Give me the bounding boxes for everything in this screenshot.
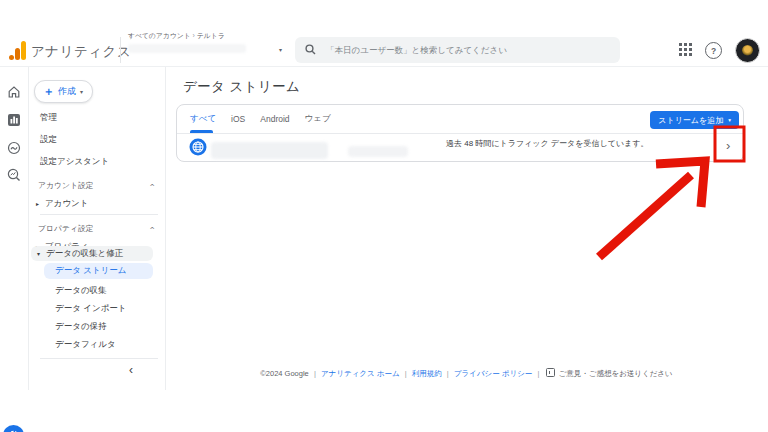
card-divider — [177, 133, 743, 134]
sidebar-item-data-collection[interactable]: データの収集 — [55, 285, 107, 297]
footer-feedback-link[interactable]: ご意見・ご感想をお送りください — [559, 369, 673, 378]
tab-android[interactable]: Android — [260, 114, 289, 124]
chevron-down-icon: ▾ — [279, 46, 282, 53]
sidebar-group-data-collection[interactable]: ▾ データの収集と修正 — [31, 246, 153, 261]
chevron-up-icon[interactable]: › — [147, 227, 157, 230]
sidebar-item-data-retention[interactable]: データの保持 — [55, 321, 107, 333]
app-title: アナリティクス — [31, 43, 131, 61]
stream-status-text: 過去 48 時間にトラフィック データを受信しています。 — [446, 138, 654, 150]
breadcrumb: すべてのアカウント›テルトラ — [128, 31, 284, 41]
create-button[interactable]: ＋ 作成 ▾ — [34, 80, 93, 103]
redacted-stream-name — [211, 142, 328, 159]
annotation-arrow-head — [656, 161, 705, 207]
chevron-up-icon[interactable]: › — [147, 184, 157, 187]
footer-link-analytics-home[interactable]: アナリティクス ホーム — [321, 369, 400, 378]
advertising-icon[interactable] — [7, 168, 21, 182]
sidebar-item-data-filters[interactable]: データフィルタ — [55, 339, 116, 351]
analytics-app: アナリティクス すべてのアカウント›テルトラ ▾ ? — [0, 0, 768, 432]
admin-gear-icon[interactable] — [3, 425, 24, 432]
footer-link-privacy[interactable]: プライバシー ポリシー — [454, 369, 533, 378]
data-streams-card: すべて iOS Android ウェブ ストリームを追加 ▾ 過去 48 時間に… — [176, 104, 744, 162]
account-switcher[interactable]: すべてのアカウント›テルトラ ▾ — [128, 31, 284, 61]
web-stream-globe-icon — [189, 138, 207, 156]
google-analytics-logo-icon — [9, 41, 27, 60]
page-title: データ ストリーム — [183, 78, 300, 96]
left-icon-rail — [0, 67, 29, 390]
tab-web[interactable]: ウェブ — [305, 113, 331, 125]
section-header-property-settings[interactable]: プロパティ設定 — [38, 223, 94, 234]
explore-icon[interactable] — [7, 141, 21, 155]
footer-copyright: ©2024 Google — [260, 369, 308, 378]
search-icon — [305, 41, 316, 59]
redacted-stream-id — [348, 146, 408, 157]
stream-tabs: すべて iOS Android ウェブ — [190, 105, 331, 133]
chevron-down-icon: ▾ — [80, 88, 83, 95]
add-stream-button[interactable]: ストリームを追加 ▾ — [650, 111, 739, 129]
expand-down-icon: ▾ — [37, 250, 40, 257]
chevron-down-icon: ▾ — [728, 117, 731, 123]
footer: ©2024 Google | アナリティクス ホーム | 利用規約 | プライバ… — [165, 368, 768, 379]
search-input[interactable] — [324, 44, 610, 56]
tab-all[interactable]: すべて — [190, 113, 216, 125]
chevron-right-icon[interactable]: › — [726, 138, 730, 153]
sidebar-item-data-streams[interactable]: データ ストリーム — [44, 263, 153, 279]
admin-sidebar: ＋ 作成 ▾ 管理 設定 設定アシスタント アカウント設定 › ▸アカウント プ… — [28, 67, 166, 390]
feedback-icon — [546, 368, 555, 377]
sidebar-divider — [40, 358, 158, 359]
sidebar-divider — [40, 214, 158, 215]
section-header-account-settings[interactable]: アカウント設定 — [38, 180, 94, 191]
sidebar-item-setup-assistant[interactable]: 設定アシスタント — [40, 156, 109, 168]
redacted-property-name — [128, 44, 246, 53]
sidebar-item-account[interactable]: ▸アカウント — [36, 198, 89, 210]
home-icon[interactable] — [7, 85, 21, 99]
create-button-label: 作成 — [58, 85, 76, 98]
footer-link-terms[interactable]: 利用規約 — [412, 369, 442, 378]
annotation-arrow-shaft — [599, 175, 691, 257]
help-icon[interactable]: ? — [705, 42, 722, 59]
breadcrumb-separator-icon: › — [193, 32, 195, 39]
tab-ios[interactable]: iOS — [231, 114, 245, 124]
collapse-sidebar-icon[interactable]: ‹ — [129, 364, 133, 376]
plus-icon: ＋ — [43, 86, 54, 97]
expand-right-icon: ▸ — [36, 201, 39, 207]
sidebar-item-settings[interactable]: 設定 — [40, 134, 57, 146]
avatar-emblem — [742, 45, 753, 56]
header-actions: ? — [679, 38, 760, 63]
avatar[interactable] — [735, 38, 760, 63]
header-divider — [120, 37, 121, 63]
search-bar[interactable] — [295, 37, 620, 63]
sidebar-item-admin[interactable]: 管理 — [40, 112, 57, 124]
apps-grid-icon[interactable] — [679, 42, 692, 60]
reports-icon[interactable] — [7, 113, 21, 127]
sidebar-item-data-import[interactable]: データ インポート — [55, 303, 127, 315]
